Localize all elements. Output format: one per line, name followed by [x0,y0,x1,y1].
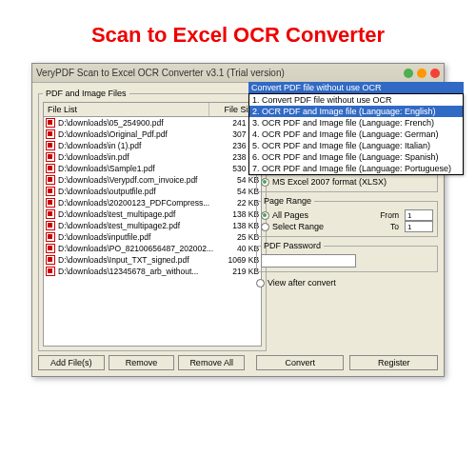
table-row[interactable]: D:\downloads\test_multipage2.pdf138 KB [44,220,261,231]
file-name: D:\downloads\test_multipage.pdf [58,209,213,219]
table-row[interactable]: D:\downloads\20200123_PDFCompress...22 K… [44,197,261,208]
checkbox-icon [256,279,265,288]
titlebar: VeryPDF Scan to Excel OCR Converter v3.1… [32,64,444,83]
file-name: D:\downloads\Input_TXT_signed.pdf [58,255,213,265]
from-label: From [380,210,399,220]
window-title: VeryPDF Scan to Excel OCR Converter v3.1… [36,68,285,78]
table-row[interactable]: D:\downloads\Original_Pdf.pdf307 KB [44,129,261,140]
pdf-file-icon [46,209,55,219]
pdf-file-icon [46,221,55,230]
table-row[interactable]: D:\downloads\outputfile.pdf54 KB [44,186,261,197]
col-filelist[interactable]: File List [44,103,209,116]
table-row[interactable]: D:\downloads\Sample1.pdf530 KB [44,163,261,174]
file-name: D:\downloads\in (1).pdf [58,141,213,150]
add-file-button[interactable]: Add File(s) [38,355,105,370]
window-controls [404,69,440,78]
range-legend: Page Range [261,196,314,206]
pdf-file-icon [46,267,55,276]
close-icon[interactable] [430,69,440,78]
table-row[interactable]: D:\downloads\Input_TXT_signed.pdf1069 KB [44,254,261,266]
pdf-file-icon [46,198,55,208]
table-row[interactable]: D:\downloads\inputfile.pdf25 KB [44,231,261,243]
table-row[interactable]: D:\downloads\05_254900.pdf241 KB [44,117,261,129]
table-row[interactable]: D:\downloads\Verypdf.com_invoice.pdf54 K… [44,174,261,186]
file-name: D:\downloads\PO_82100656487_202002... [58,244,213,253]
pdf-file-icon [46,244,55,253]
to-label: To [390,222,399,231]
select-range-radio[interactable]: Select Range [261,221,385,232]
pdf-file-icon [46,255,55,265]
dropdown-option[interactable]: 5. OCR PDF and Image file (Language: Ita… [249,140,463,151]
pdf-file-icon [46,164,55,173]
radio-icon [261,211,269,220]
password-legend: PDF Password [261,241,324,250]
page-title: Scan to Excel OCR Converter [0,0,476,57]
table-row[interactable]: D:\downloads\in (1).pdf236 KB [44,140,261,151]
file-name: D:\downloads\inputfile.pdf [58,232,213,242]
pdf-file-icon [46,141,55,150]
dropdown-option[interactable]: 6. OCR PDF and Image file (Language: Spa… [249,151,463,163]
file-name: D:\downloads\Sample1.pdf [58,164,213,173]
file-name: D:\downloads\Original_Pdf.pdf [58,129,213,139]
password-input[interactable] [261,254,356,268]
remove-all-button[interactable]: Remove All [178,355,245,370]
table-row[interactable]: D:\downloads\PO_82100656487_202002...40 … [44,243,261,254]
dropdown-option[interactable]: 4. OCR PDF and Image file (Language: Ger… [249,129,463,140]
dropdown-option[interactable]: 2. OCR PDF and Image file (Language: Eng… [249,106,463,117]
view-after-checkbox[interactable]: View after convert [256,278,438,288]
files-legend: PDF and Image Files [43,89,129,98]
radio-icon [261,223,269,231]
table-row[interactable]: D:\downloads\in.pdf238 KB [44,151,261,163]
table-row[interactable]: D:\downloads\12345678_arb_without...219 … [44,266,261,277]
dropdown-option[interactable]: 1. Convert PDF file without use OCR [249,94,463,106]
password-group: PDF Password [256,241,438,272]
dropdown-option[interactable]: 3. OCR PDF and Image file (Language: Fre… [249,117,463,129]
maximize-icon[interactable] [417,69,426,78]
radio-icon [261,178,269,187]
pdf-file-icon [46,118,55,128]
file-name: D:\downloads\05_254900.pdf [58,118,213,128]
dropdown-option[interactable]: 7. OCR PDF and Image file (Language: Por… [249,163,463,174]
file-name: D:\downloads\Verypdf.com_invoice.pdf [58,175,213,185]
table-row[interactable]: D:\downloads\test_multipage.pdf138 KB [44,208,261,220]
pdf-file-icon [46,232,55,242]
page-range-group: Page Range All Pages From 1 Select Range… [256,196,438,237]
file-name: D:\downloads\12345678_arb_without... [58,267,213,276]
file-name: D:\downloads\outputfile.pdf [58,187,213,196]
format-xlsx-radio[interactable]: MS Excel 2007 format (XLSX) [261,176,433,188]
file-name: D:\downloads\in.pdf [58,152,213,162]
file-name: D:\downloads\20200123_PDFCompress... [58,198,213,208]
pdf-file-icon [46,129,55,139]
pdf-file-icon [46,175,55,185]
file-header: File List File Size [43,102,262,117]
register-button[interactable]: Register [349,355,438,370]
pdf-file-icon [46,152,55,162]
file-name: D:\downloads\test_multipage2.pdf [58,221,213,230]
ocr-mode-dropdown[interactable]: 1. Convert PDF file without use OCR2. OC… [248,93,464,175]
files-group: PDF and Image Files File List File Size … [38,89,267,351]
pdf-file-icon [46,187,55,196]
file-list[interactable]: D:\downloads\05_254900.pdf241 KBD:\downl… [43,117,262,347]
all-pages-radio[interactable]: All Pages [261,209,374,221]
from-input[interactable]: 1 [405,209,433,221]
to-input[interactable]: 1 [405,221,433,232]
minimize-icon[interactable] [404,69,413,78]
remove-button[interactable]: Remove [109,355,175,370]
convert-button[interactable]: Convert [256,355,345,370]
